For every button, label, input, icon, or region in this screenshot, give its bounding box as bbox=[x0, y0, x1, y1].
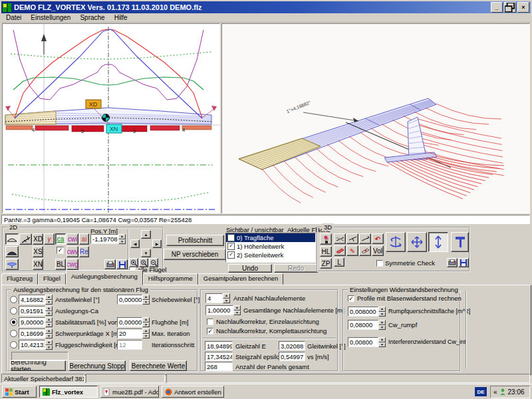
cw-rumpf-spinner[interactable] bbox=[378, 320, 386, 330]
wing-front-filled-button[interactable] bbox=[5, 246, 19, 257]
menu-hilfe[interactable]: Hilfe bbox=[110, 13, 132, 22]
auslegungs-ca-spinner[interactable] bbox=[45, 306, 53, 316]
close-button[interactable]: × bbox=[517, 2, 529, 13]
undo-button[interactable]: Undo bbox=[228, 264, 272, 273]
render-button[interactable] bbox=[320, 233, 332, 245]
title-bar[interactable]: DEMO FLZ_VORTEX Vers. 01.173 11.03.2010 … bbox=[1, 1, 531, 13]
tray-status-icon[interactable] bbox=[499, 388, 506, 396]
schwerpunktlage-spinner[interactable] bbox=[45, 329, 53, 338]
tab-hilfsprogramme[interactable]: Hilfsprogramme bbox=[143, 273, 198, 285]
symmetrie-check-checkbox[interactable] bbox=[376, 260, 383, 267]
wing-front-outline-button[interactable] bbox=[5, 233, 19, 245]
panel-outline-button[interactable] bbox=[359, 245, 371, 256]
surface-item-tragflaeche[interactable]: 0) Tragfläche bbox=[226, 233, 315, 242]
task-browser[interactable]: Antwort erstellen • ... bbox=[162, 386, 224, 398]
posy-input[interactable]: -1,19708 bbox=[90, 234, 118, 244]
ca-checkbox[interactable] bbox=[57, 247, 64, 254]
restore-button[interactable] bbox=[504, 2, 516, 13]
gesamtlaenge-input[interactable]: 1,00000 bbox=[205, 305, 233, 315]
3d-view-panel[interactable]: 1°=4,16882° bbox=[221, 23, 530, 213]
2d-plot-canvas[interactable]: 4554XDXN bbox=[3, 24, 219, 213]
rumpfquerschnitt-spinner[interactable] bbox=[378, 307, 386, 317]
view-top-button[interactable] bbox=[346, 233, 358, 244]
berechnung-stopp-button[interactable]: Berechnung Stopp bbox=[68, 360, 126, 371]
flughoehe-input[interactable]: 0,00000 bbox=[117, 317, 142, 327]
hl-button[interactable]: HL bbox=[320, 246, 332, 257]
xn-button[interactable]: XN bbox=[33, 259, 43, 270]
blasenwiderstand-checkbox[interactable] bbox=[348, 295, 354, 302]
auslegungs-ca-input[interactable]: 0,91591 bbox=[19, 306, 45, 316]
schwerpunktlage-input[interactable]: 0,18699 bbox=[19, 329, 45, 338]
view-move-button[interactable] bbox=[359, 233, 371, 244]
pan-left-button[interactable]: ◀ bbox=[130, 239, 140, 248]
task-pdf[interactable]: mue2B.pdf - Adob... bbox=[100, 386, 159, 398]
pan-up-button[interactable]: ▲ bbox=[141, 230, 151, 239]
anstellwinkel-input[interactable]: 4,16882 bbox=[19, 295, 45, 305]
radio-anstellwinkel[interactable] bbox=[10, 296, 17, 303]
surface-checkbox[interactable] bbox=[227, 234, 235, 241]
save-3d-button[interactable] bbox=[458, 258, 469, 267]
view-iso-button[interactable] bbox=[334, 233, 346, 244]
tab-flugzeug[interactable]: Flugzeug bbox=[1, 273, 38, 285]
xs-button[interactable]: XS bbox=[33, 246, 43, 257]
berechnung-starten-button[interactable]: Berechnung starten bbox=[10, 360, 66, 371]
build-button[interactable] bbox=[451, 232, 469, 252]
menu-einstellungen[interactable]: Einstellungen bbox=[26, 13, 75, 22]
schiebewinkel-spinner[interactable] bbox=[142, 295, 150, 305]
radio-schwerpunktlage[interactable] bbox=[10, 330, 17, 337]
komplettausrichtung-checkbox[interactable] bbox=[207, 328, 213, 334]
max-iteration-spinner[interactable] bbox=[142, 329, 150, 338]
language-indicator[interactable]: DE bbox=[475, 387, 487, 396]
radio-fluggeschwindigkeit[interactable] bbox=[10, 341, 17, 348]
surface-item-hoehenleitwerk[interactable]: 1) Höhenleitwerk bbox=[226, 242, 315, 251]
fluggeschwindigkeit-spinner[interactable] bbox=[45, 340, 53, 350]
surface-list[interactable]: 0) Tragfläche 1) Höhenleitwerk 2) Seiten… bbox=[225, 233, 316, 263]
stabilitaetsmass-spinner[interactable] bbox=[45, 317, 53, 327]
gesamtlaenge-spinner[interactable] bbox=[233, 305, 241, 315]
save-2d-button[interactable] bbox=[116, 259, 128, 269]
anstellwinkel-spinner[interactable] bbox=[45, 295, 53, 305]
cwv-button[interactable]: cwv bbox=[66, 246, 78, 257]
ca-button[interactable]: ca bbox=[55, 233, 66, 245]
l-button[interactable]: L bbox=[334, 257, 344, 267]
cwg-button[interactable]: cwg bbox=[66, 259, 78, 270]
surface-item-seitenleitwerk[interactable]: 2) Seitenleitwerk bbox=[226, 251, 315, 259]
re-button[interactable]: Re bbox=[79, 246, 89, 257]
anzahl-nachlauf-input[interactable]: 4 bbox=[205, 293, 223, 303]
berechnete-werte-button[interactable]: Berechnete Werte bbox=[130, 360, 187, 371]
start-button[interactable]: Start bbox=[2, 386, 37, 398]
zp-button[interactable]: ZP bbox=[320, 258, 332, 269]
zoom-in-button[interactable] bbox=[129, 258, 138, 267]
cw-rumpf-input[interactable]: 0,08000 bbox=[348, 320, 378, 330]
rotate-3d-button[interactable] bbox=[386, 232, 406, 252]
schiebewinkel-input[interactable]: 0,00000 bbox=[117, 295, 142, 305]
print-3d-button[interactable] bbox=[447, 258, 458, 267]
panel-red-button[interactable] bbox=[334, 245, 346, 256]
ai-button[interactable]: ai bbox=[79, 233, 89, 245]
3d-view-canvas[interactable]: 1°=4,16882° bbox=[222, 24, 529, 213]
vol-button[interactable]: Vol bbox=[372, 245, 384, 256]
task-flz-vortex[interactable]: Flz_vortex bbox=[39, 386, 98, 398]
surface-checkbox[interactable] bbox=[227, 251, 235, 259]
cw-int-input[interactable]: 0,00800 bbox=[348, 337, 378, 347]
radio-auslegungs-ca[interactable] bbox=[10, 307, 17, 315]
tab-fluegel[interactable]: Flügel bbox=[38, 273, 66, 285]
tab-auslegungsberechnung[interactable]: Auslegungsberechnung bbox=[66, 270, 143, 285]
radio-stabilitaetsmass[interactable] bbox=[10, 319, 17, 326]
menu-datei[interactable]: Datei bbox=[1, 13, 26, 22]
cwi-button[interactable]: cwi bbox=[66, 233, 78, 245]
surface-checkbox[interactable] bbox=[227, 243, 235, 250]
anzahl-nachlauf-spinner[interactable] bbox=[223, 293, 230, 303]
einzelausrichtung-checkbox[interactable] bbox=[207, 319, 213, 325]
pan-right-button[interactable]: ▶ bbox=[152, 239, 162, 248]
glider-view-button[interactable] bbox=[19, 233, 32, 245]
tab-gesamtpolaren[interactable]: Gesamtpolaren berechnen bbox=[198, 273, 284, 285]
2d-plot-panel[interactable]: 4554XDXN bbox=[2, 23, 220, 213]
tray-expand-chevrons[interactable]: « bbox=[493, 388, 497, 396]
redo-button[interactable]: Redo bbox=[274, 264, 318, 273]
cw-int-spinner[interactable] bbox=[378, 337, 386, 347]
xd-button[interactable]: XD bbox=[33, 233, 43, 245]
menu-sprache[interactable]: Sprache bbox=[75, 13, 109, 22]
stabilitaetsmass-input[interactable]: 9,00000 bbox=[19, 317, 45, 327]
bl-button[interactable]: BL bbox=[55, 259, 66, 270]
